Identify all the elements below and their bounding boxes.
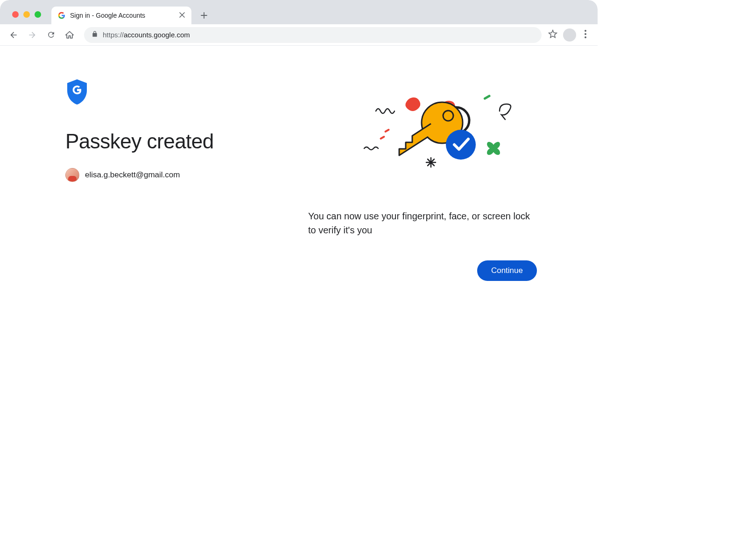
browser-tab[interactable]: Sign in - Google Accounts (51, 7, 191, 24)
new-tab-button[interactable] (197, 8, 211, 22)
window-minimize-button[interactable] (23, 11, 30, 18)
browser-toolbar: https://accounts.google.com (0, 24, 598, 46)
page-heading: Passkey created (65, 130, 289, 153)
continue-button[interactable]: Continue (477, 260, 537, 281)
google-shield-logo (65, 78, 289, 107)
browser-tab-strip: Sign in - Google Accounts (0, 0, 598, 24)
account-email: elisa.g.beckett@gmail.com (85, 170, 180, 180)
window-maximize-button[interactable] (35, 11, 41, 18)
svg-point-0 (585, 30, 586, 32)
actions-row: Continue (308, 260, 537, 281)
profile-avatar-button[interactable] (563, 28, 576, 42)
svg-point-1 (585, 33, 586, 35)
account-chip[interactable]: elisa.g.beckett@gmail.com (65, 168, 289, 182)
nav-reload-button[interactable] (43, 27, 59, 43)
tab-close-button[interactable] (179, 12, 185, 19)
window-close-button[interactable] (12, 11, 19, 18)
passkey-illustration (324, 88, 521, 186)
page-content: Passkey created elisa.g.beckett@gmail.co… (0, 46, 598, 281)
bookmark-star-button[interactable] (548, 29, 557, 41)
url-text: https://accounts.google.com (103, 31, 190, 39)
address-bar[interactable]: https://accounts.google.com (84, 27, 542, 43)
body-text: You can now use your fingerprint, face, … (308, 209, 537, 237)
nav-home-button[interactable] (62, 27, 78, 43)
nav-forward-button[interactable] (24, 27, 40, 43)
svg-point-2 (585, 36, 586, 38)
lock-icon (92, 31, 98, 39)
nav-back-button[interactable] (6, 27, 21, 43)
svg-rect-3 (483, 94, 491, 100)
svg-point-17 (446, 130, 476, 160)
browser-menu-button[interactable] (582, 30, 589, 40)
google-favicon (58, 12, 65, 19)
window-controls (12, 11, 41, 18)
svg-rect-8 (384, 128, 390, 133)
account-avatar (65, 168, 79, 182)
tab-title: Sign in - Google Accounts (70, 12, 175, 19)
svg-rect-9 (380, 135, 385, 140)
